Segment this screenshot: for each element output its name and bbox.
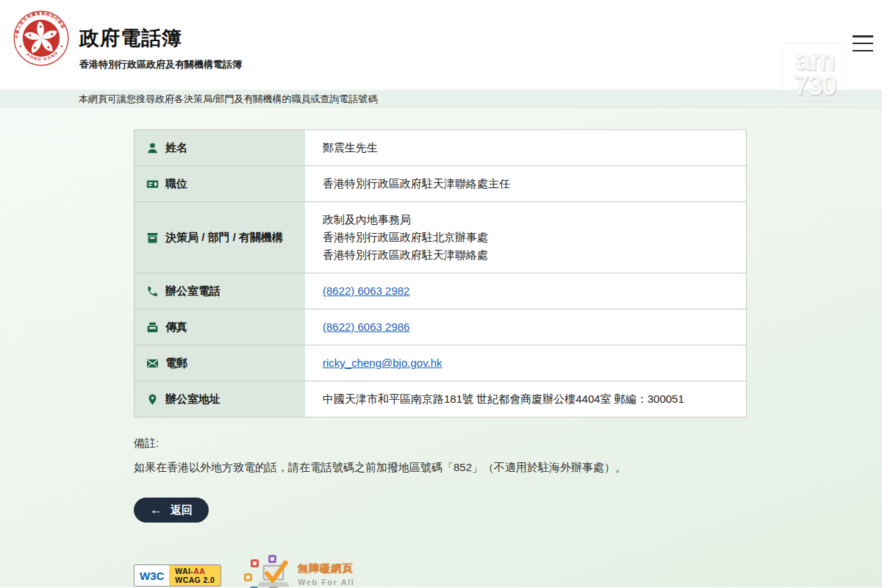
left-arrow-icon: ← [150,503,162,517]
page-title: 政府電話簿 [79,25,242,51]
row-value-line: 政制及內地事務局 [323,211,734,229]
row-label: 電郵 [165,356,187,370]
row-value-line: 香港特別行政區政府駐北京辦事處 [323,229,734,246]
mail-icon [146,357,159,370]
table-row: 辦公室電話(8622) 6063 2982 [135,273,746,309]
row-label-cell: 傳真 [135,309,305,345]
hksar-emblem-icon: 中華人民共和國香港特別行政區 HONG KONG [13,10,69,66]
hamburger-icon [853,50,873,52]
hamburger-icon [853,35,873,37]
menu-button[interactable] [853,34,875,53]
notice-text: 本網頁可讓您搜尋政府各決策局/部門及有關機構的職員或查詢電話號碼 [79,93,378,106]
w3c-logo: W3C [135,565,169,586]
row-value-cell: 政制及內地事務局香港特別行政區政府駐北京辦事處香港特別行政區政府駐天津聯絡處 [305,202,746,273]
row-value: 香港特別行政區政府駐天津聯絡處主任 [323,175,734,193]
note-label: 備註: [134,437,882,451]
id-card-icon [146,178,159,190]
header: 中華人民共和國香港特別行政區 HONG KONG 政府電話簿 香港特別行政區政府… [0,0,882,90]
table-row: 傳真(8622) 6063 2986 [135,309,746,345]
row-label-cell: 職位 [135,166,305,201]
person-icon [146,142,159,154]
row-label: 辦公室電話 [165,284,220,298]
row-value-cell: ricky_cheng@bjo.gov.hk [305,345,746,381]
row-label: 職位 [165,177,187,191]
row-label: 姓名 [165,141,187,155]
fax-icon [146,321,159,334]
contact-table: 姓名鄭震生先生職位香港特別行政區政府駐天津聯絡處主任決策局 / 部門 / 有關機… [134,129,747,417]
table-row: 決策局 / 部門 / 有關機構政制及內地事務局香港特別行政區政府駐北京辦事處香港… [135,201,746,273]
table-row: 姓名鄭震生先生 [135,130,746,165]
title-block: 政府電話簿 香港特別行政區政府及有關機構電話簿 [79,0,242,71]
back-button-label: 返回 [171,503,193,517]
row-value-cell: (8622) 6063 2982 [305,273,746,309]
web-for-all-text: 無障礙網頁 Web For All [298,562,354,587]
wai-label: WAI- [175,567,193,576]
row-value-link[interactable]: (8622) 6063 2982 [323,282,409,300]
row-value: 鄭震生先生 [323,139,734,157]
hksar-emblem-logo: 中華人民共和國香港特別行政區 HONG KONG [13,10,69,66]
row-label-cell: 決策局 / 部門 / 有關機構 [135,202,305,273]
row-value-link[interactable]: ricky_cheng@bjo.gov.hk [323,354,442,372]
aa-level-label: AA [193,567,205,576]
web-for-all-title: 無障礙網頁 [298,562,354,576]
footer-badges: W3C WAI-AA WCAG 2.0 [134,555,882,588]
wcag-badge-text: WAI-AA WCAG 2.0 [169,565,220,586]
web-for-all-subtitle: Web For All [298,578,354,587]
wcag-badge-line1: WAI-AA [175,567,215,576]
row-label: 決策局 / 部門 / 有關機構 [165,231,283,245]
location-icon [146,393,159,406]
back-button[interactable]: ← 返回 [134,498,209,523]
wcag-badge-line2: WCAG 2.0 [175,576,215,584]
page: 中華人民共和國香港特別行政區 HONG KONG 政府電話簿 香港特別行政區政府… [0,0,882,587]
am730-watermark: am 730 [784,43,845,101]
table-row: 辦公室地址中國天津市和平區南京路181號 世紀都會商廈辦公樓4404室 郵編：3… [135,381,746,417]
row-value-line: 香港特別行政區政府駐天津聯絡處 [323,246,734,264]
notice-bar: 本網頁可讓您搜尋政府各決策局/部門及有關機構的職員或查詢電話號碼 [0,90,882,108]
main-content: 姓名鄭震生先生職位香港特別行政區政府駐天津聯絡處主任決策局 / 部門 / 有關機… [0,108,882,587]
row-label-cell: 電郵 [135,345,305,381]
row-label: 傳真 [165,320,187,334]
row-label-cell: 辦公室地址 [135,381,305,417]
phone-icon [146,285,159,298]
orange-square-icon [244,573,252,581]
hamburger-icon [853,43,873,45]
table-row: 職位香港特別行政區政府駐天津聯絡處主任 [135,165,746,201]
row-value-link[interactable]: (8622) 6063 2986 [323,318,409,336]
wcag-conformance-badge[interactable]: W3C WAI-AA WCAG 2.0 [134,564,221,587]
archive-icon [146,232,159,244]
watermark-line2: 730 [784,71,845,99]
row-label-cell: 姓名 [135,130,305,165]
row-value-cell: (8622) 6063 2986 [305,309,746,345]
web-for-all-badge[interactable]: 無障礙網頁 Web For All [242,555,374,588]
note-text: 如果在香港以外地方致電的話，請在電話號碼之前加撥地區號碼「852」（不適用於駐海… [134,461,882,475]
row-value-cell: 鄭震生先生 [305,130,746,165]
row-value: 中國天津市和平區南京路181號 世紀都會商廈辦公樓4404室 郵編：300051 [323,390,734,408]
page-subtitle: 香港特別行政區政府及有關機構電話簿 [79,58,242,71]
row-value-cell: 中國天津市和平區南京路181號 世紀都會商廈辦公樓4404室 郵編：300051 [305,381,746,417]
row-label: 辦公室地址 [165,392,220,406]
row-label-cell: 辦公室電話 [135,273,305,309]
table-row: 電郵ricky_cheng@bjo.gov.hk [135,345,746,381]
row-value-cell: 香港特別行政區政府駐天津聯絡處主任 [305,166,746,201]
laptop-checkmark-icon [254,558,293,588]
